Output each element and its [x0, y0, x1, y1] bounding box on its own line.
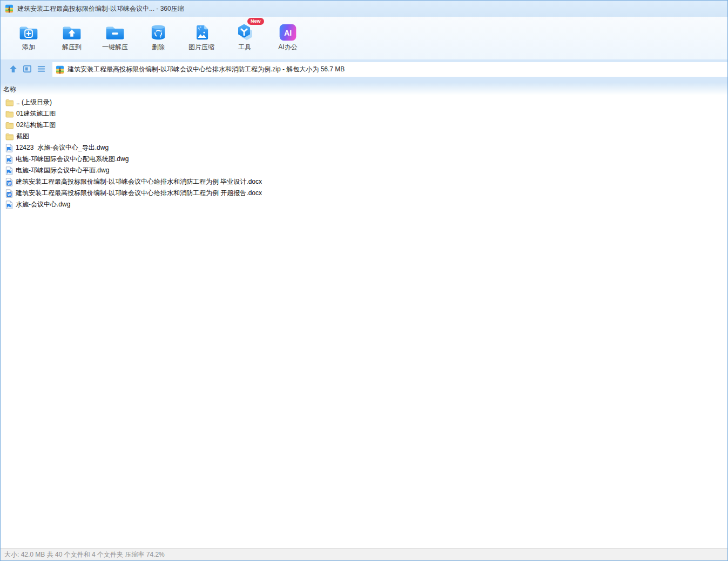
- file-row[interactable]: 电施-邛崃国际会议中心平面.dwg: [1, 165, 727, 176]
- svg-text:W: W: [8, 192, 11, 196]
- file-row[interactable]: 01建筑施工图: [1, 108, 727, 119]
- folder-icon: [5, 99, 14, 106]
- file-row[interactable]: 02结构施工图: [1, 119, 727, 131]
- file-name: .. (上级目录): [16, 98, 52, 107]
- file-name: 截图: [16, 132, 29, 141]
- toolbar-label: 图片压缩: [188, 43, 214, 52]
- extract-to-icon: [62, 21, 82, 41]
- dwg-file-icon: [5, 155, 13, 164]
- status-bar: 大小: 42.0 MB 共 40 个文件和 4 个文件夹 压缩率 74.2%: [1, 548, 727, 560]
- zip-archive-icon: [56, 65, 64, 74]
- toolbar-label: AI办公: [278, 43, 297, 52]
- file-row[interactable]: W建筑安装工程最高投标限价编制-以邛崃会议中心给排水和消防工程为例 开题报告.d…: [1, 188, 727, 199]
- dwg-file-icon: [5, 144, 13, 152]
- delete-icon: [148, 21, 168, 41]
- image-compress-icon: [191, 21, 212, 41]
- archive-path-text: 建筑安装工程最高投标限价编制-以邛崃会议中心给排水和消防工程为例.zip - 解…: [68, 65, 345, 74]
- nav-buttons: [6, 62, 48, 77]
- dwg-file-icon: [5, 201, 13, 209]
- tools-button[interactable]: New工具: [223, 19, 266, 52]
- file-name: 电施-邛崃国际会议中心配电系统图.dwg: [16, 155, 129, 164]
- toolbar-label: 一键解压: [102, 43, 128, 52]
- one-click-extract-icon: [105, 21, 125, 41]
- file-name: 12423 水施-会议中心_导出.dwg: [16, 143, 109, 152]
- file-row[interactable]: W建筑安装工程最高投标限价编制-以邛崃会议中心给排水和消防工程为例 毕业设计.d…: [1, 176, 727, 188]
- view-mode-icon: [23, 64, 32, 75]
- title-bar[interactable]: 建筑安装工程最高投标限价编制-以邛崃会议中... - 360压缩: [1, 1, 727, 17]
- add-folder-icon: [18, 21, 39, 41]
- dwg-file-icon: [5, 166, 13, 175]
- svg-text:AI: AI: [284, 29, 292, 37]
- toolbar-label: 解压到: [62, 43, 82, 52]
- zip-archive-icon: [5, 4, 14, 13]
- folder-icon: [5, 110, 14, 118]
- file-name: 水施-会议中心.dwg: [16, 200, 70, 209]
- new-badge: New: [247, 18, 264, 25]
- image-compress-button[interactable]: 图片压缩: [180, 19, 223, 52]
- navigation-bar: 建筑安装工程最高投标限价编制-以邛崃会议中心给排水和消防工程为例.zip - 解…: [1, 59, 727, 83]
- file-list: .. (上级目录)01建筑施工图02结构施工图截图12423 水施-会议中心_导…: [1, 95, 727, 548]
- docx-file-icon: W: [5, 189, 13, 198]
- ai-office-icon: AI: [278, 21, 298, 41]
- list-header: 名称: [1, 83, 727, 95]
- up-button[interactable]: [6, 62, 20, 77]
- file-name: 02结构施工图: [16, 121, 56, 130]
- up-icon: [9, 64, 18, 75]
- toolbar-label: 工具: [238, 43, 251, 52]
- address-bar[interactable]: 建筑安装工程最高投标限价编制-以邛崃会议中心给排水和消防工程为例.zip - 解…: [52, 62, 727, 77]
- file-name: 电施-邛崃国际会议中心平面.dwg: [16, 166, 109, 175]
- folder-icon: [5, 133, 14, 141]
- app-window: 建筑安装工程最高投标限价编制-以邛崃会议中... - 360压缩 添加解压到一键…: [0, 0, 728, 561]
- list-view-button[interactable]: [34, 62, 48, 77]
- toolbar: 添加解压到一键解压删除图片压缩New工具AIAI办公: [1, 17, 727, 59]
- file-row[interactable]: 水施-会议中心.dwg: [1, 199, 727, 210]
- folder-icon: [5, 122, 14, 129]
- list-view-icon: [37, 64, 46, 75]
- status-text: 大小: 42.0 MB 共 40 个文件和 4 个文件夹 压缩率 74.2%: [4, 550, 165, 559]
- svg-text:W: W: [8, 181, 11, 185]
- ai-office-button[interactable]: AIAI办公: [266, 19, 309, 52]
- add-button[interactable]: 添加: [7, 19, 50, 52]
- docx-file-icon: W: [5, 178, 13, 186]
- one-click-extract-button[interactable]: 一键解压: [93, 19, 137, 52]
- file-row[interactable]: 12423 水施-会议中心_导出.dwg: [1, 142, 727, 153]
- file-row[interactable]: 截图: [1, 131, 727, 142]
- file-name: 建筑安装工程最高投标限价编制-以邛崃会议中心给排水和消防工程为例 毕业设计.do…: [16, 177, 262, 186]
- window-title: 建筑安装工程最高投标限价编制-以邛崃会议中... - 360压缩: [17, 4, 184, 14]
- column-header-name[interactable]: 名称: [3, 85, 16, 94]
- file-name: 建筑安装工程最高投标限价编制-以邛崃会议中心给排水和消防工程为例 开题报告.do…: [16, 189, 262, 198]
- toolbar-label: 删除: [152, 43, 165, 52]
- file-row[interactable]: .. (上级目录): [1, 97, 727, 108]
- file-name: 01建筑施工图: [16, 109, 56, 118]
- view-mode-button[interactable]: [20, 62, 34, 77]
- toolbar-label: 添加: [22, 43, 35, 52]
- delete-button[interactable]: 删除: [137, 19, 180, 52]
- file-row[interactable]: 电施-邛崃国际会议中心配电系统图.dwg: [1, 153, 727, 165]
- extract-to-button[interactable]: 解压到: [50, 19, 93, 52]
